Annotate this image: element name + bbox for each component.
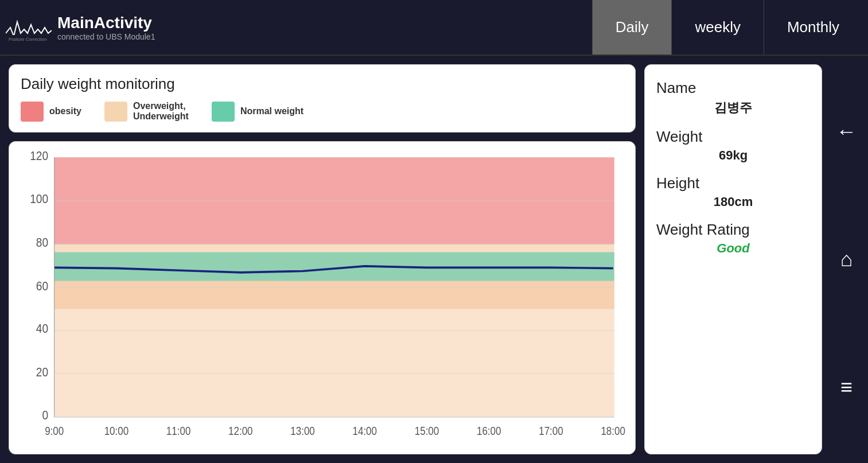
- x-label-1400: 14:00: [353, 424, 377, 437]
- height-label: Height: [656, 174, 810, 192]
- legend-item-normal: Normal weight: [212, 102, 303, 122]
- x-label-1800: 18:00: [601, 424, 625, 437]
- obesity-label: obesity: [49, 106, 81, 116]
- tab-monthly[interactable]: Monthly: [764, 0, 862, 55]
- y-label-80: 80: [36, 235, 48, 249]
- x-label-1300: 13:00: [290, 424, 314, 437]
- weight-value: 69kg: [656, 148, 810, 163]
- rating-value: Good: [656, 241, 810, 256]
- logo-wave-icon: Posture Correction: [6, 13, 52, 42]
- tab-daily[interactable]: Daily: [592, 0, 672, 55]
- back-button[interactable]: ←: [830, 114, 864, 149]
- tab-weekly[interactable]: weekly: [671, 0, 763, 55]
- app-title: MainActivity connected to UBS Module1: [57, 14, 155, 41]
- left-panel: Daily weight monitoring obesity Overweig…: [0, 56, 644, 463]
- y-label-0: 0: [42, 407, 48, 422]
- obesity-color-box: [21, 102, 44, 122]
- rating-label: Weight Rating: [656, 221, 810, 239]
- chart-card: 0 20 40 60 80 100 120 9:00 10:00 11:00 1…: [9, 141, 636, 454]
- overweight-band-lower: [55, 281, 614, 309]
- normal-color-box: [212, 102, 235, 122]
- legend-card: Daily weight monitoring obesity Overweig…: [9, 64, 636, 133]
- x-label-1000: 10:00: [104, 424, 129, 437]
- name-label: Name: [656, 79, 810, 97]
- menu-button[interactable]: ≡: [830, 370, 864, 404]
- normal-band: [55, 252, 614, 281]
- normal-label: Normal weight: [240, 106, 303, 116]
- x-label-1700: 17:00: [539, 424, 563, 437]
- x-label-1600: 16:00: [477, 424, 501, 437]
- legend-item-obesity: obesity: [21, 102, 81, 122]
- overweight-color-box: [104, 102, 127, 122]
- weight-section: Weight 69kg: [656, 128, 810, 163]
- y-label-60: 60: [36, 278, 48, 293]
- side-nav: ← ⌂ ≡: [825, 56, 868, 463]
- y-label-100: 100: [30, 191, 48, 205]
- y-label-120: 120: [30, 150, 48, 162]
- x-label-900: 9:00: [45, 424, 64, 437]
- y-label-20: 20: [36, 365, 48, 379]
- legend-items: obesity Overweight, Underweight Normal w…: [21, 101, 624, 122]
- legend-item-overweight: Overweight, Underweight: [104, 101, 189, 122]
- y-label-40: 40: [36, 321, 48, 336]
- app-name: MainActivity: [57, 14, 155, 32]
- name-value: 김병주: [656, 99, 810, 116]
- right-panel: Name 김병주 Weight 69kg Height 180cm Weight…: [644, 64, 822, 454]
- height-value: 180cm: [656, 194, 810, 209]
- weight-chart: 0 20 40 60 80 100 120 9:00 10:00 11:00 1…: [18, 150, 626, 445]
- x-label-1500: 15:00: [415, 424, 439, 437]
- x-label-1200: 12:00: [228, 424, 252, 437]
- x-label-1100: 11:00: [166, 424, 190, 437]
- weight-label: Weight: [656, 128, 810, 146]
- home-button[interactable]: ⌂: [830, 242, 864, 277]
- underweight-band: [55, 309, 614, 417]
- height-section: Height 180cm: [656, 174, 810, 209]
- legend-title: Daily weight monitoring: [21, 75, 624, 93]
- logo-area: Posture Correction MainActivity connecte…: [6, 13, 592, 42]
- app-subtitle: connected to UBS Module1: [57, 32, 155, 41]
- header: Posture Correction MainActivity connecte…: [0, 0, 868, 56]
- name-section: Name 김병주: [656, 79, 810, 116]
- rating-section: Weight Rating Good: [656, 221, 810, 256]
- overweight-label: Overweight, Underweight: [133, 101, 189, 122]
- nav-tabs: Daily weekly Monthly: [592, 0, 862, 55]
- svg-text:Posture Correction: Posture Correction: [9, 37, 47, 42]
